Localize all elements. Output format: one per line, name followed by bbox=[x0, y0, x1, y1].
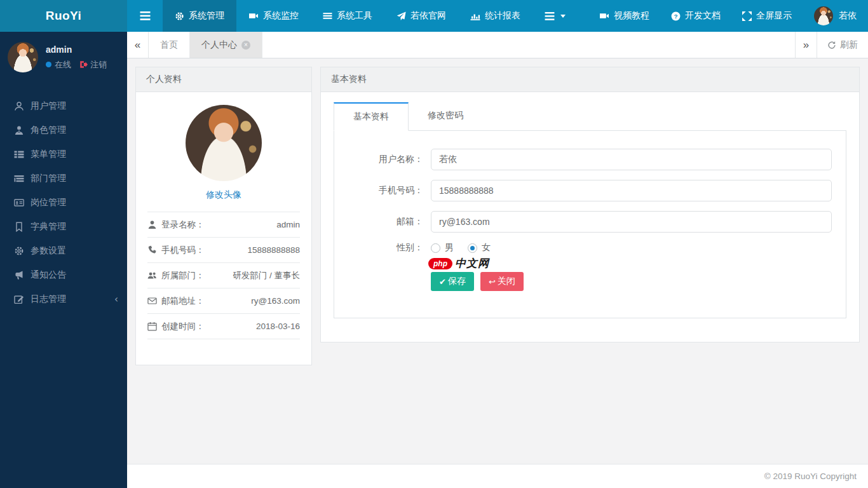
work-area: 个人资料 修改头像 登录名称： admin bbox=[127, 58, 868, 464]
change-avatar-link[interactable]: 修改头像 bbox=[147, 189, 300, 201]
topnav-label: 若依官网 bbox=[410, 10, 446, 22]
page-footer: © 2019 RuoYi Copyright bbox=[127, 464, 868, 488]
save-button[interactable]: ✔ 保存 bbox=[431, 272, 474, 291]
more-menus-dropdown[interactable] bbox=[532, 0, 578, 32]
topnav-item-video-tutorial[interactable]: 视频教程 bbox=[588, 0, 660, 32]
radio-checked-icon bbox=[468, 243, 477, 253]
topnav-item-report[interactable]: 统计报表 bbox=[458, 0, 532, 32]
brand-logo[interactable]: RuoYi bbox=[0, 0, 127, 32]
mail-icon bbox=[147, 296, 157, 306]
list-item: 手机号码： 15888888888 bbox=[147, 238, 300, 263]
role-icon bbox=[14, 125, 24, 135]
logout-link[interactable]: 注销 bbox=[79, 59, 107, 71]
topnav-item-dev-docs[interactable]: ? 开发文档 bbox=[660, 0, 731, 32]
avatar bbox=[814, 6, 833, 25]
avatar[interactable] bbox=[8, 42, 38, 72]
topnav-item-fullscreen[interactable]: 全屏显示 bbox=[731, 0, 803, 32]
topnav-item-system-manage[interactable]: 系统管理 bbox=[163, 0, 236, 32]
reply-icon: ↩ bbox=[489, 277, 496, 287]
profile-value-login-name: admin bbox=[276, 220, 300, 229]
sidebar-item-menu-manage[interactable]: 菜单管理 bbox=[0, 142, 127, 166]
topnav-item-system-monitor[interactable]: 系统监控 bbox=[236, 0, 311, 32]
settings-icon bbox=[14, 246, 24, 256]
list-item: 创建时间： 2018-03-16 bbox=[147, 314, 300, 339]
user-icon bbox=[147, 220, 157, 229]
profile-detail-list: 登录名称： admin 手机号码： 15888888888 bbox=[147, 212, 300, 339]
logout-icon bbox=[79, 60, 88, 69]
list-item: 登录名称： admin bbox=[147, 212, 300, 238]
user-name: 若依 bbox=[839, 10, 857, 22]
field-label-username: 用户名称： bbox=[334, 154, 431, 165]
phone-icon bbox=[147, 245, 157, 255]
hamburger-icon bbox=[140, 11, 151, 20]
tab-close-icon[interactable] bbox=[241, 41, 250, 50]
gender-radio-female[interactable]: 女 bbox=[468, 242, 491, 254]
sidebar-item-post-manage[interactable]: 岗位管理 bbox=[0, 191, 127, 215]
sidebar-toggle-button[interactable] bbox=[127, 0, 163, 32]
question-icon: ? bbox=[671, 11, 681, 21]
dept-tree-icon bbox=[14, 173, 24, 184]
topnav-label: 系统监控 bbox=[263, 10, 299, 22]
php-cn-watermark: php 中文网 bbox=[428, 256, 832, 271]
calendar-icon bbox=[147, 322, 157, 331]
topnav-label: 系统工具 bbox=[337, 10, 372, 22]
bookmark-icon bbox=[14, 222, 24, 232]
menu-lines-icon bbox=[545, 12, 555, 20]
svg-text:?: ? bbox=[674, 13, 678, 19]
topnav-item-system-tools[interactable]: 系统工具 bbox=[311, 0, 384, 32]
email-input[interactable] bbox=[431, 211, 832, 233]
gear-icon bbox=[175, 11, 184, 21]
online-dot-icon bbox=[46, 62, 51, 67]
copyright-text: © 2019 RuoYi Copyright bbox=[764, 471, 857, 481]
form-tab-content: 用户名称： 手机号码： 邮箱： 性别： bbox=[334, 131, 846, 318]
top-navbar: RuoYi 系统管理 系统监控 系统工具 bbox=[0, 0, 868, 32]
top-menu-right: 视频教程 ? 开发文档 全屏显示 若依 bbox=[588, 0, 868, 32]
sidebar-item-dict-manage[interactable]: 字典管理 bbox=[0, 215, 127, 239]
online-status: 在线 bbox=[55, 59, 71, 71]
menu-list-icon bbox=[14, 149, 24, 159]
sidebar-user-name: admin bbox=[46, 44, 107, 55]
profile-value-phone: 15888888888 bbox=[247, 245, 300, 255]
users-icon bbox=[147, 271, 157, 280]
phone-input[interactable] bbox=[431, 180, 832, 201]
field-label-gender: 性别： bbox=[334, 242, 431, 254]
tab-profile-center[interactable]: 个人中心 bbox=[190, 32, 262, 58]
sidebar-item-role-manage[interactable]: 角色管理 bbox=[0, 118, 127, 142]
sidebar-item-dept-manage[interactable]: 部门管理 bbox=[0, 166, 127, 191]
monitor-video-icon bbox=[248, 11, 259, 21]
user-icon bbox=[14, 101, 24, 111]
form-tabs: 基本资料 修改密码 bbox=[334, 102, 846, 131]
sidebar-item-user-manage[interactable]: 用户管理 bbox=[0, 94, 127, 118]
sidebar-item-notice[interactable]: 通知公告 bbox=[0, 263, 127, 287]
sidebar-item-log-manage[interactable]: 日志管理 ‹ bbox=[0, 287, 127, 311]
close-button[interactable]: ↩ 关闭 bbox=[480, 272, 524, 291]
list-item: 邮箱地址： ry@163.com bbox=[147, 288, 300, 314]
field-label-phone: 手机号码： bbox=[334, 185, 431, 196]
page-tabs-bar: 首页 个人中心 刷新 bbox=[127, 32, 868, 58]
chevron-left-icon: ‹ bbox=[114, 294, 118, 305]
send-icon bbox=[397, 11, 406, 21]
tab-home[interactable]: 首页 bbox=[149, 32, 190, 58]
refresh-button[interactable]: 刷新 bbox=[817, 32, 868, 58]
topnav-label: 系统管理 bbox=[189, 10, 224, 22]
gender-radio-male[interactable]: 男 bbox=[431, 242, 454, 254]
username-input[interactable] bbox=[431, 149, 832, 170]
sidebar-item-param-settings[interactable]: 参数设置 bbox=[0, 239, 127, 263]
tabs-scroll-right-button[interactable] bbox=[795, 32, 817, 58]
log-edit-icon bbox=[14, 294, 24, 304]
panel-title: 基本资料 bbox=[321, 67, 859, 92]
profile-avatar[interactable] bbox=[186, 105, 262, 181]
profile-value-email: ry@163.com bbox=[251, 296, 300, 306]
tab-change-password[interactable]: 修改密码 bbox=[409, 102, 482, 130]
id-card-icon bbox=[14, 198, 24, 208]
bullhorn-icon bbox=[14, 270, 24, 280]
user-dropdown[interactable]: 若依 bbox=[803, 0, 868, 32]
check-icon: ✔ bbox=[439, 277, 446, 287]
tabs-scroll-left-button[interactable] bbox=[127, 32, 149, 58]
tab-basic-info[interactable]: 基本资料 bbox=[334, 102, 409, 131]
php-badge: php bbox=[428, 258, 452, 269]
sidebar: admin 在线 注销 用户管理 bbox=[0, 32, 127, 488]
chevron-down-icon bbox=[560, 15, 566, 18]
list-item: 所属部门： 研发部门 / 董事长 bbox=[147, 263, 300, 288]
topnav-item-ruoyi-site[interactable]: 若依官网 bbox=[384, 0, 458, 32]
